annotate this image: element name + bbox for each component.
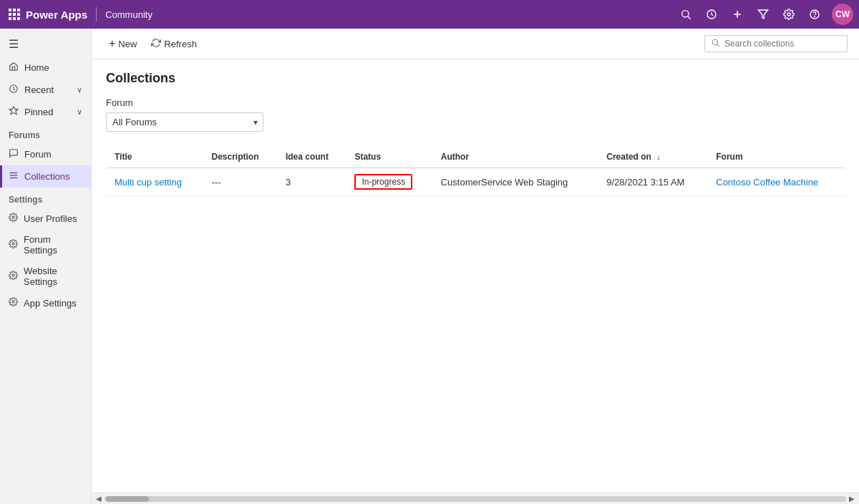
- forum-select[interactable]: All Forums: [106, 112, 263, 132]
- sidebar-item-forum-label: Forum: [24, 149, 52, 160]
- user-profiles-icon: [9, 213, 18, 224]
- svg-point-15: [787, 13, 790, 16]
- title-link[interactable]: Multi cup setting: [115, 177, 182, 188]
- home-icon: [9, 62, 19, 74]
- col-header-author: Author: [432, 146, 598, 168]
- col-header-forum: Forum: [707, 146, 845, 168]
- svg-marker-14: [758, 10, 767, 19]
- sidebar-item-forum-settings[interactable]: Forum Settings: [0, 229, 91, 261]
- plus-icon-btn[interactable]: [726, 3, 749, 26]
- svg-rect-0: [9, 9, 11, 11]
- col-header-status: Status: [346, 146, 432, 168]
- new-button[interactable]: + New: [103, 34, 142, 53]
- sidebar-item-app-settings-label: App Settings: [24, 298, 77, 309]
- hamburger-icon[interactable]: ☰: [0, 32, 91, 57]
- col-header-description: Description: [203, 146, 277, 168]
- avatar[interactable]: CW: [832, 4, 853, 25]
- svg-point-23: [12, 243, 14, 245]
- bottom-scrollbar-bar: ◀ ▶: [92, 493, 859, 504]
- refresh-button-label: Refresh: [164, 39, 197, 49]
- settings-icon-btn[interactable]: [777, 3, 800, 26]
- sidebar-item-pinned-label: Pinned: [24, 107, 53, 117]
- scroll-right-icon[interactable]: ▶: [846, 495, 858, 503]
- sidebar-item-website-settings[interactable]: Website Settings: [0, 261, 91, 292]
- app-name: Power Apps: [26, 9, 87, 21]
- cell-title: Multi cup setting: [106, 168, 203, 196]
- svg-rect-5: [17, 13, 20, 16]
- main: + New Refresh Collections Forum: [92, 29, 859, 504]
- table-row: Multi cup setting --- 3 In-progress Cust…: [106, 168, 845, 196]
- forum-link[interactable]: Contoso Coffee Machine: [716, 177, 818, 188]
- collections-table: Title Description Idea count Status Auth…: [106, 146, 845, 196]
- search-input[interactable]: [724, 39, 841, 49]
- recent-icon-btn[interactable]: [700, 3, 723, 26]
- svg-rect-1: [13, 9, 16, 11]
- forum-filter-label: Forum: [106, 97, 845, 108]
- svg-point-26: [712, 39, 718, 45]
- sidebar-item-app-settings[interactable]: App Settings: [0, 292, 91, 314]
- cell-status: In-progress: [346, 168, 432, 196]
- cell-created-on: 9/28/2021 3:15 AM: [598, 168, 707, 196]
- website-settings-icon: [9, 271, 18, 282]
- svg-line-10: [688, 16, 691, 19]
- search-box[interactable]: [704, 35, 848, 52]
- topbar-right: CW: [674, 3, 853, 26]
- sort-desc-icon: ↓: [656, 152, 661, 161]
- svg-rect-4: [13, 13, 16, 16]
- search-icon-btn[interactable]: [674, 3, 697, 26]
- cell-author: CustomerService Web Staging: [432, 168, 598, 196]
- table-header-row: Title Description Idea count Status Auth…: [106, 146, 845, 168]
- help-icon-btn[interactable]: [803, 3, 826, 26]
- sidebar-item-forum[interactable]: Forum: [0, 143, 91, 165]
- sidebar-item-recent-label: Recent: [24, 84, 54, 95]
- filter-icon-btn[interactable]: [752, 3, 775, 26]
- svg-line-27: [717, 44, 719, 47]
- new-plus-icon: +: [109, 37, 115, 50]
- svg-rect-2: [17, 9, 20, 11]
- refresh-button[interactable]: Refresh: [145, 35, 203, 53]
- sidebar-item-recent[interactable]: Recent ∨: [0, 79, 91, 101]
- sidebar-item-forum-settings-label: Forum Settings: [24, 234, 82, 256]
- sidebar-item-user-profiles-label: User Profiles: [24, 213, 77, 224]
- forum-settings-icon: [9, 239, 18, 251]
- sidebar-item-website-settings-label: Website Settings: [24, 266, 82, 287]
- svg-rect-6: [9, 17, 11, 20]
- collections-icon: [9, 170, 19, 183]
- cell-idea-count: 3: [277, 168, 346, 196]
- sidebar-item-pinned[interactable]: Pinned ∨: [0, 101, 91, 123]
- sidebar-item-collections-label: Collections: [24, 171, 70, 182]
- app-settings-icon: [9, 297, 18, 309]
- grid-icon[interactable]: [6, 6, 23, 23]
- svg-point-9: [682, 11, 689, 17]
- svg-point-22: [12, 216, 14, 218]
- horizontal-scrollbar[interactable]: [105, 496, 846, 502]
- forum-select-wrap: All Forums ▾: [106, 112, 263, 132]
- table-wrap: Title Description Idea count Status Auth…: [106, 146, 845, 196]
- forum-icon: [9, 148, 19, 160]
- svg-rect-8: [17, 17, 20, 20]
- sidebar-item-collections[interactable]: Collections: [0, 165, 91, 188]
- new-button-label: New: [118, 39, 137, 49]
- cell-description: ---: [203, 168, 277, 196]
- sidebar-item-user-profiles[interactable]: User Profiles: [0, 208, 91, 229]
- col-header-idea-count: Idea count: [277, 146, 346, 168]
- pinned-arrow-icon: ∨: [77, 107, 82, 117]
- pinned-icon: [9, 106, 19, 118]
- svg-rect-7: [13, 17, 16, 20]
- sidebar-item-home-label: Home: [24, 62, 49, 73]
- sidebar-item-home[interactable]: Home: [0, 57, 91, 79]
- topbar-community: Community: [105, 9, 152, 20]
- topbar: Power Apps Community CW: [0, 0, 859, 29]
- svg-point-25: [12, 301, 14, 303]
- forums-section-label: Forums: [0, 123, 91, 143]
- settings-section-label: Settings: [0, 188, 91, 208]
- scrollbar-thumb: [106, 496, 149, 502]
- sidebar: ☰ Home Recent ∨ Pinned ∨ Forums: [0, 29, 92, 504]
- refresh-icon: [151, 38, 161, 50]
- toolbar: + New Refresh: [92, 29, 859, 59]
- col-header-created-on[interactable]: Created on ↓: [598, 146, 707, 168]
- scroll-left-icon[interactable]: ◀: [93, 495, 105, 503]
- content-area: Collections Forum All Forums ▾ Title Des…: [92, 59, 859, 493]
- search-icon: [711, 38, 720, 49]
- recent-arrow-icon: ∨: [77, 85, 82, 94]
